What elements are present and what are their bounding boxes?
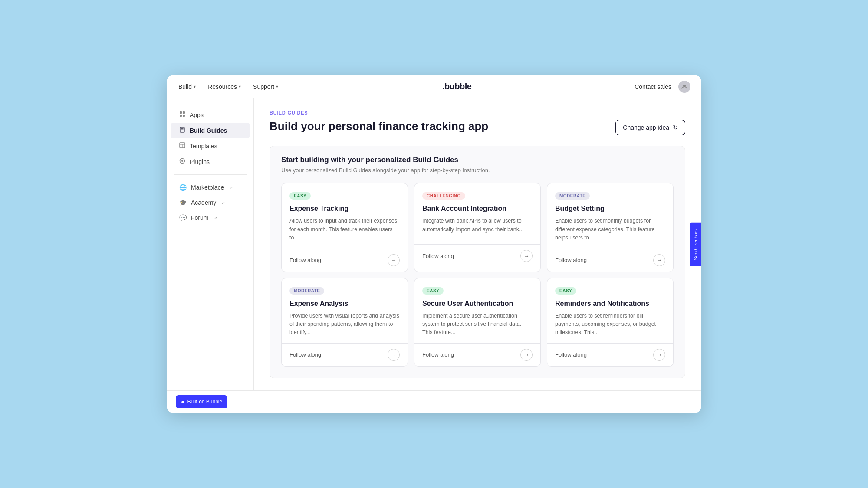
nav-resources-label: Resources xyxy=(208,83,237,90)
external-link-icon: ↗ xyxy=(221,200,225,205)
difficulty-badge: EASY xyxy=(289,192,311,200)
bubble-logo-icon: ● xyxy=(181,398,184,405)
refresh-icon: ↻ xyxy=(673,124,678,131)
card-description: Enable users to set monthly budgets for … xyxy=(555,217,665,242)
difficulty-badge: CHALLENGING xyxy=(422,192,465,200)
difficulty-badge: EASY xyxy=(555,287,576,295)
svg-rect-3 xyxy=(180,115,182,117)
intro-description: Use your personalized Build Guides along… xyxy=(281,167,674,174)
follow-along-button[interactable]: → xyxy=(520,349,533,361)
card-footer: Follow along → xyxy=(547,343,673,366)
guide-card: MODERATE Budget Setting Enable users to … xyxy=(547,183,674,272)
card-title: Reminders and Notifications xyxy=(555,300,665,308)
change-app-idea-button[interactable]: Change app idea ↻ xyxy=(615,120,685,135)
follow-along-label: Follow along xyxy=(555,351,587,358)
templates-icon xyxy=(179,142,185,150)
follow-along-button[interactable]: → xyxy=(388,349,400,361)
card-top: MODERATE Expense Analysis Provide users … xyxy=(282,278,408,343)
guide-card: EASY Secure User Authentication Implemen… xyxy=(414,278,541,367)
breadcrumb: BUILD GUIDES xyxy=(270,110,685,115)
svg-point-13 xyxy=(181,160,183,162)
card-top: EASY Expense Tracking Allow users to inp… xyxy=(282,183,408,248)
follow-along-button[interactable]: → xyxy=(653,349,665,361)
page-title: Build your personal finance tracking app xyxy=(270,120,488,133)
intro-title: Start building with your personalized Bu… xyxy=(281,156,674,164)
built-badge-label: Built on Bubble xyxy=(187,399,222,405)
build-guides-icon xyxy=(179,127,185,134)
card-title: Expense Analysis xyxy=(289,300,400,308)
top-navigation: Build ▾ Resources ▾ Support ▾ .bubble Co… xyxy=(167,75,701,98)
difficulty-badge: MODERATE xyxy=(555,192,590,200)
cards-grid: EASY Expense Tracking Allow users to inp… xyxy=(281,183,674,366)
change-app-idea-label: Change app idea xyxy=(623,124,669,131)
contact-sales-link[interactable]: Contact sales xyxy=(635,83,671,90)
user-avatar[interactable] xyxy=(678,81,690,93)
nav-left: Build ▾ Resources ▾ Support ▾ xyxy=(178,81,279,93)
guide-card: CHALLENGING Bank Account Integration Int… xyxy=(414,183,541,272)
sidebar-item-forum[interactable]: 💬 Forum ↗ xyxy=(171,210,250,225)
sidebar-item-plugins[interactable]: Plugins xyxy=(171,154,250,169)
follow-along-label: Follow along xyxy=(289,351,321,358)
forum-icon: 💬 xyxy=(179,214,187,221)
built-on-bubble-badge[interactable]: ● Built on Bubble xyxy=(176,395,227,408)
chevron-down-icon: ▾ xyxy=(194,84,196,89)
card-title: Expense Tracking xyxy=(289,205,400,213)
sidebar-build-guides-label: Build Guides xyxy=(190,127,227,134)
card-description: Implement a secure user authentication s… xyxy=(422,312,533,337)
marketplace-icon: 🌐 xyxy=(179,184,187,191)
sidebar-divider xyxy=(174,174,247,175)
card-footer: Follow along → xyxy=(547,249,673,272)
card-description: Provide users with visual reports and an… xyxy=(289,312,400,337)
sidebar-item-marketplace[interactable]: 🌐 Marketplace ↗ xyxy=(171,180,250,195)
sidebar-item-academy[interactable]: 🎓 Academy ↗ xyxy=(171,195,250,210)
sidebar-academy-label: Academy xyxy=(191,199,216,206)
svg-rect-2 xyxy=(183,111,185,114)
external-link-icon: ↗ xyxy=(214,216,217,220)
follow-along-label: Follow along xyxy=(422,351,454,358)
card-footer: Follow along → xyxy=(282,249,408,272)
svg-rect-4 xyxy=(183,115,185,117)
card-title: Secure User Authentication xyxy=(422,300,533,308)
external-link-icon: ↗ xyxy=(229,185,233,190)
plugins-icon xyxy=(179,158,185,165)
nav-build-label: Build xyxy=(178,83,192,90)
nav-support[interactable]: Support ▾ xyxy=(252,81,279,93)
sidebar-item-apps[interactable]: Apps xyxy=(171,107,250,122)
nav-right: Contact sales xyxy=(635,81,690,93)
card-description: Integrate with bank APIs to allow users … xyxy=(422,217,533,234)
chevron-down-icon: ▾ xyxy=(239,84,241,89)
sidebar-item-templates[interactable]: Templates xyxy=(171,138,250,154)
sidebar-item-build-guides[interactable]: Build Guides xyxy=(171,123,250,138)
sidebar-forum-label: Forum xyxy=(191,214,208,221)
card-title: Budget Setting xyxy=(555,205,665,213)
nav-resources[interactable]: Resources ▾ xyxy=(207,81,242,93)
guide-card: MODERATE Expense Analysis Provide users … xyxy=(281,278,408,367)
card-footer: Follow along → xyxy=(414,244,540,267)
nav-build[interactable]: Build ▾ xyxy=(178,81,197,93)
sidebar: Apps Build Guides xyxy=(167,98,254,390)
svg-rect-1 xyxy=(180,111,182,114)
follow-along-label: Follow along xyxy=(555,257,587,263)
card-top: CHALLENGING Bank Account Integration Int… xyxy=(414,183,540,244)
sidebar-marketplace-label: Marketplace xyxy=(191,184,224,191)
academy-icon: 🎓 xyxy=(179,199,187,206)
card-top: EASY Secure User Authentication Implemen… xyxy=(414,278,540,343)
card-top: EASY Reminders and Notifications Enable … xyxy=(547,278,673,343)
intro-section: Start building with your personalized Bu… xyxy=(270,146,685,378)
site-logo[interactable]: .bubble xyxy=(442,82,472,92)
card-footer: Follow along → xyxy=(414,343,540,366)
send-feedback-tab[interactable]: Send feedback xyxy=(690,222,701,266)
apps-icon xyxy=(179,111,185,118)
main-content: Send feedback BUILD GUIDES Build your pe… xyxy=(254,98,701,390)
follow-along-button[interactable]: → xyxy=(520,250,533,262)
guide-card: EASY Reminders and Notifications Enable … xyxy=(547,278,674,367)
nav-support-label: Support xyxy=(253,83,274,90)
card-top: MODERATE Budget Setting Enable users to … xyxy=(547,183,673,248)
guide-card: EASY Expense Tracking Allow users to inp… xyxy=(281,183,408,272)
card-footer: Follow along → xyxy=(282,343,408,366)
chevron-down-icon: ▾ xyxy=(276,84,278,89)
difficulty-badge: MODERATE xyxy=(289,287,324,295)
follow-along-button[interactable]: → xyxy=(388,254,400,266)
follow-along-button[interactable]: → xyxy=(653,254,665,266)
sidebar-templates-label: Templates xyxy=(190,143,217,150)
